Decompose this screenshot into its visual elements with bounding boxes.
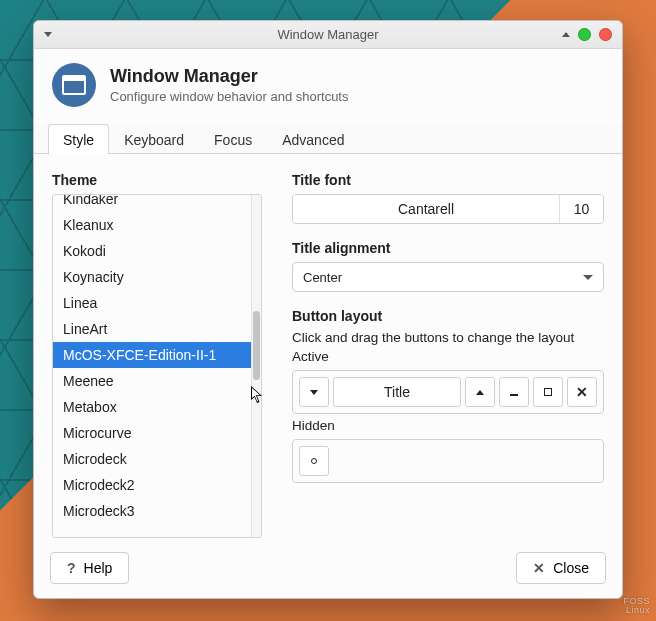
title-alignment-select[interactable]: Center [292,262,604,292]
hidden-label: Hidden [292,418,604,433]
tab-bar: Style Keyboard Focus Advanced [34,123,622,154]
chip-menu[interactable] [299,377,329,407]
title-font-name: Cantarell [293,195,559,223]
close-icon: ✕ [576,384,588,400]
tab-keyboard[interactable]: Keyboard [109,124,199,154]
theme-item[interactable]: Microcurve [53,420,251,446]
chip-maximize[interactable] [533,377,563,407]
hidden-button-tray[interactable] [292,439,604,483]
help-button[interactable]: ? Help [50,552,129,584]
minimize-icon [510,394,518,396]
help-button-label: Help [84,560,113,576]
theme-item[interactable]: Linea [53,290,251,316]
theme-item[interactable]: Microdeck [53,446,251,472]
window-menu-icon[interactable] [44,32,52,37]
dialog-footer: ? Help ✕ Close [34,542,622,598]
theme-list[interactable]: KindakerKleanuxKokodiKoynacityLineaLineA… [53,195,251,537]
tab-style[interactable]: Style [48,124,109,154]
dialog-title: Window Manager [110,66,348,87]
dialog-subtitle: Configure window behavior and shortcuts [110,89,348,104]
chevron-down-icon [583,275,593,280]
theme-item[interactable]: Kleanux [53,212,251,238]
tab-advanced[interactable]: Advanced [267,124,359,154]
theme-item[interactable]: Kokodi [53,238,251,264]
active-button-tray[interactable]: Title ✕ [292,370,604,414]
active-label: Active [292,349,604,364]
scrollbar-thumb[interactable] [253,311,260,379]
tab-content-style: Theme KindakerKleanuxKokodiKoynacityLine… [34,154,622,542]
title-font-label: Title font [292,172,604,188]
window-controls [562,28,612,41]
title-font-button[interactable]: Cantarell 10 [292,194,604,224]
title-alignment-label: Title alignment [292,240,604,256]
button-layout-label: Button layout [292,308,604,324]
theme-item[interactable]: Kindaker [53,195,251,212]
theme-item[interactable]: Meenee [53,368,251,394]
tab-focus[interactable]: Focus [199,124,267,154]
theme-item[interactable]: Microdeck3 [53,498,251,524]
chip-stick[interactable] [299,446,329,476]
menu-icon [310,390,318,395]
chip-shade[interactable] [465,377,495,407]
svg-rect-1 [63,76,85,81]
dialog-header: Window Manager Configure window behavior… [34,49,622,123]
maximize-icon [544,388,552,396]
help-icon: ? [67,560,76,576]
maximize-button[interactable] [578,28,591,41]
theme-item[interactable]: McOS-XFCE-Edition-II-1 [53,342,251,368]
window-manager-dialog: Window Manager Window Manager Configure … [33,20,623,599]
chip-minimize[interactable] [499,377,529,407]
minimize-button[interactable] [562,32,570,37]
button-layout-hint: Click and drag the buttons to change the… [292,330,604,345]
close-window-button[interactable] [599,28,612,41]
titlebar[interactable]: Window Manager [34,21,622,49]
window-manager-icon [52,63,96,107]
shade-icon [476,390,484,395]
title-alignment-value: Center [303,270,342,285]
close-icon: ✕ [533,560,545,576]
watermark: FOSS Linux [623,597,650,615]
chip-close[interactable]: ✕ [567,377,597,407]
theme-scrollbar[interactable] [251,195,261,537]
window-title: Window Manager [34,27,622,42]
chip-title[interactable]: Title [333,377,461,407]
theme-list-frame: KindakerKleanuxKokodiKoynacityLineaLineA… [52,194,262,538]
theme-item[interactable]: Microdeck2 [53,472,251,498]
theme-item[interactable]: Koynacity [53,264,251,290]
close-button-label: Close [553,560,589,576]
stick-icon [311,458,317,464]
title-font-size: 10 [559,195,603,223]
close-button[interactable]: ✕ Close [516,552,606,584]
theme-item[interactable]: Metabox [53,394,251,420]
theme-item[interactable]: LineArt [53,316,251,342]
theme-label: Theme [52,172,262,188]
